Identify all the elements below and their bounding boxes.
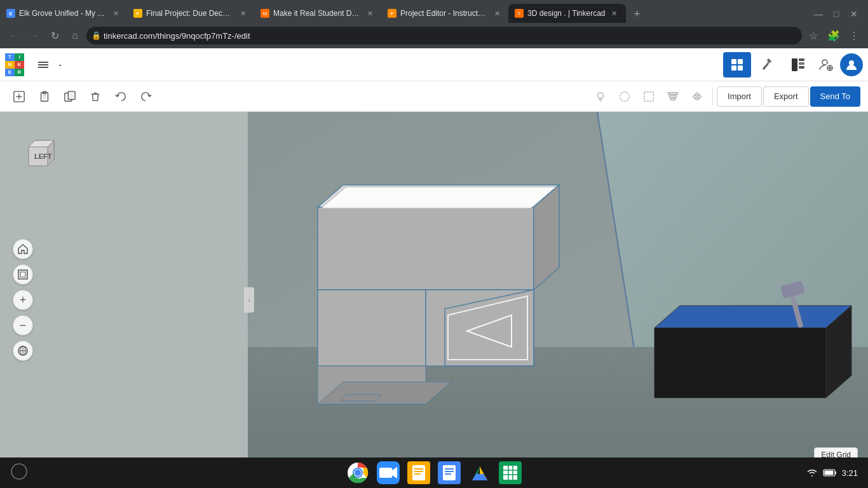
svg-rect-34 bbox=[670, 98, 675, 100]
canvas-svg bbox=[248, 112, 868, 488]
edit-toolbar: Import Export Send To bbox=[0, 81, 868, 112]
address-bar: ← → ↻ ⌂ 🔒 tinkercad.com/things/9nqocfp7m… bbox=[0, 23, 868, 48]
undo-button[interactable] bbox=[109, 85, 132, 108]
tab-close-3[interactable]: ✕ bbox=[365, 8, 375, 18]
svg-rect-43 bbox=[20, 272, 25, 277]
close-button[interactable]: ✕ bbox=[845, 5, 863, 23]
svg-rect-8 bbox=[792, 58, 797, 71]
tinkercad-logo[interactable]: T I N K E R bbox=[5, 53, 24, 76]
tab-project-editor[interactable]: P Project Editor - Instructable... ✕ bbox=[381, 4, 508, 23]
tab-tinkercad[interactable]: T 3D design . | Tinkercad ✕ bbox=[508, 4, 626, 23]
perspective-icon bbox=[17, 345, 29, 356]
view-cube[interactable]: LEFT bbox=[19, 131, 70, 182]
align-icon bbox=[667, 90, 679, 103]
docs-taskbar-icon[interactable] bbox=[406, 460, 431, 485]
address-input-wrap[interactable]: 🔒 tinkercad.com/things/9nqocfp7mTz-/edit bbox=[86, 27, 802, 44]
drive-icon bbox=[468, 461, 491, 484]
right-edit-tools: Import Export Send To bbox=[589, 85, 860, 108]
grid-view-button[interactable] bbox=[723, 52, 751, 78]
hamburger-menu-button[interactable] bbox=[32, 53, 55, 76]
zoom-taskbar-icon[interactable] bbox=[376, 460, 401, 485]
launcher-icon bbox=[10, 463, 28, 480]
tab-final-project[interactable]: F Final Project: Due Decembe... ✕ bbox=[127, 4, 254, 23]
duplicate-button[interactable] bbox=[58, 85, 81, 108]
forward-button[interactable]: → bbox=[25, 27, 43, 44]
fit-view-button[interactable] bbox=[13, 264, 33, 285]
extensions-button[interactable]: 🧩 bbox=[825, 27, 843, 44]
tab-close-1[interactable]: ✕ bbox=[111, 8, 121, 18]
tab-make-real[interactable]: M Make it Real Student Desig... ✕ bbox=[254, 4, 381, 23]
chrome-menu-button[interactable]: ⋮ bbox=[845, 27, 863, 44]
clipboard-button[interactable] bbox=[33, 85, 56, 108]
tab-elk-grove[interactable]: E Elk Grove Unified - My Apps ✕ bbox=[0, 4, 127, 23]
svg-rect-100 bbox=[445, 471, 454, 472]
time-display: 3:21 bbox=[842, 468, 858, 478]
svg-rect-3 bbox=[731, 59, 736, 64]
canvas-area[interactable]: Edit Grid Snap Grid 1.0 mm ▲ bbox=[248, 112, 868, 488]
mirror-button[interactable] bbox=[686, 85, 709, 108]
hamburger-icon bbox=[37, 58, 50, 71]
gdocs-icon bbox=[438, 461, 461, 484]
zoom-icon bbox=[377, 461, 400, 484]
delete-button[interactable] bbox=[84, 85, 107, 108]
tab-favicon-5: T bbox=[515, 9, 524, 18]
select-circle-button[interactable] bbox=[613, 85, 636, 108]
svg-point-16 bbox=[849, 60, 854, 65]
svg-rect-94 bbox=[414, 468, 423, 470]
light-button[interactable] bbox=[589, 85, 612, 108]
camera-controls: + − bbox=[13, 239, 33, 361]
svg-rect-107 bbox=[503, 466, 517, 480]
bookmark-button[interactable]: ☆ bbox=[804, 27, 822, 44]
user-avatar[interactable] bbox=[840, 53, 863, 76]
avatar-icon bbox=[844, 57, 859, 72]
minimize-button[interactable]: — bbox=[810, 5, 827, 23]
svg-rect-11 bbox=[799, 66, 804, 69]
drive-taskbar-icon[interactable] bbox=[467, 460, 492, 485]
zoom-out-button[interactable]: − bbox=[13, 315, 33, 336]
delete-icon bbox=[89, 90, 102, 103]
svg-marker-80 bbox=[654, 328, 826, 398]
fit-icon bbox=[17, 269, 29, 280]
home-icon bbox=[17, 243, 29, 255]
align-button[interactable] bbox=[661, 85, 684, 108]
svg-marker-77 bbox=[340, 395, 381, 401]
send-to-button[interactable]: Send To bbox=[810, 86, 860, 107]
undo-icon bbox=[114, 90, 127, 103]
battery-icon bbox=[823, 468, 837, 477]
new-shape-button[interactable] bbox=[8, 85, 31, 108]
tab-close-5[interactable]: ✕ bbox=[609, 8, 620, 18]
maximize-button[interactable]: □ bbox=[827, 5, 845, 23]
back-button[interactable]: ← bbox=[5, 27, 23, 44]
home-view-button[interactable] bbox=[13, 239, 33, 259]
tab-close-4[interactable]: ✕ bbox=[492, 8, 502, 18]
redo-button[interactable] bbox=[135, 85, 158, 108]
reload-button[interactable]: ↻ bbox=[46, 27, 64, 44]
import-button[interactable]: Import bbox=[717, 86, 762, 107]
tinkercad-app: T I N K E R · bbox=[0, 48, 868, 488]
gdocs-taskbar-icon[interactable] bbox=[437, 460, 462, 485]
hammer-icon bbox=[760, 57, 775, 72]
light-icon bbox=[594, 90, 607, 103]
toolbar-divider-1 bbox=[712, 88, 713, 105]
system-tray: 3:21 bbox=[806, 467, 858, 478]
export-button[interactable]: Export bbox=[763, 86, 809, 107]
select-box-button[interactable] bbox=[637, 85, 660, 108]
svg-rect-31 bbox=[644, 92, 654, 101]
svg-marker-37 bbox=[698, 93, 702, 99]
tab-close-2[interactable]: ✕ bbox=[238, 8, 248, 18]
build-button[interactable] bbox=[754, 52, 782, 78]
launcher-button[interactable] bbox=[10, 463, 28, 483]
panel-collapse-handle[interactable]: › bbox=[244, 287, 254, 313]
home-button[interactable]: ⌂ bbox=[66, 27, 84, 44]
logo-t: T bbox=[5, 53, 15, 61]
user-add-button[interactable] bbox=[815, 53, 837, 76]
svg-rect-6 bbox=[738, 65, 743, 71]
perspective-button[interactable] bbox=[13, 341, 33, 361]
chrome-taskbar-icon[interactable] bbox=[345, 460, 370, 485]
shapes-panel-button[interactable] bbox=[784, 52, 812, 78]
new-tab-button[interactable]: + bbox=[628, 5, 646, 23]
sheets-taskbar-icon[interactable] bbox=[498, 460, 523, 485]
zoom-in-button[interactable]: + bbox=[13, 290, 33, 310]
grid-view-icon bbox=[730, 58, 744, 72]
svg-text:LEFT: LEFT bbox=[34, 152, 52, 160]
